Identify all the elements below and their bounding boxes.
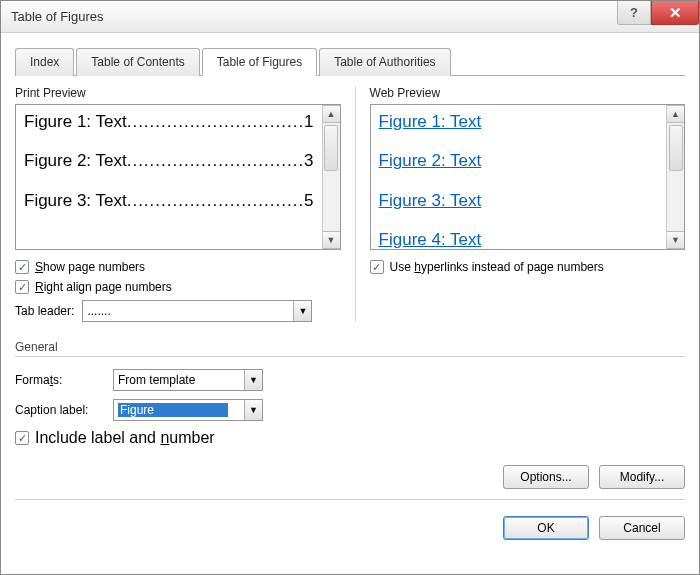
tab-table-of-contents[interactable]: Table of Contents <box>76 48 199 76</box>
web-entry-link: Figure 1: Text <box>379 111 658 132</box>
help-button[interactable]: ? <box>617 1 651 25</box>
print-entry: Figure 1: Text..........................… <box>24 111 314 132</box>
combo-caption-label-value: Figure <box>118 403 228 417</box>
print-entry-text: Figure 3: Text <box>24 191 127 210</box>
scroll-up-icon[interactable]: ▲ <box>323 105 340 123</box>
close-button[interactable]: ✕ <box>651 1 699 25</box>
print-preview-box: Figure 1: Text..........................… <box>15 104 341 250</box>
scroll-down-icon[interactable]: ▼ <box>323 231 340 249</box>
leader-dots: ............................... <box>127 191 304 210</box>
label-tab-leader: Tab leader: <box>15 304 74 318</box>
web-entry-link: Figure 3: Text <box>379 190 658 211</box>
checkbox-right-align-page-numbers[interactable] <box>15 280 29 294</box>
print-entry-page: 1 <box>304 112 313 131</box>
checkbox-include-label-number[interactable] <box>15 431 29 445</box>
label-include-label-number: Include label and numberInclude label an… <box>35 429 215 447</box>
print-entry-page: 3 <box>304 151 313 170</box>
chevron-down-icon[interactable]: ▼ <box>293 301 311 321</box>
combo-formats-value: From template <box>118 373 195 387</box>
scroll-thumb[interactable] <box>669 125 683 171</box>
web-preview-box: Figure 1: Text Figure 2: Text Figure 3: … <box>370 104 685 250</box>
web-entry-link: Figure 4: Text <box>379 229 658 249</box>
dialog-content: Index Table of Contents Table of Figures… <box>1 33 699 574</box>
web-entry-link: Figure 2: Text <box>379 150 658 171</box>
print-entry-page: 5 <box>304 191 313 210</box>
label-formats: Formats:Formats: <box>15 373 107 387</box>
checkbox-show-page-numbers[interactable] <box>15 260 29 274</box>
print-entry-text: Figure 2: Text <box>24 151 127 170</box>
cancel-button[interactable]: Cancel <box>599 516 685 540</box>
label-caption-label: Caption label: <box>15 403 107 417</box>
print-entry: Figure 2: Text..........................… <box>24 150 314 171</box>
label-show-page-numbers: SShow page numbershow page numbers <box>35 260 145 274</box>
combo-formats[interactable]: From template ▼ <box>113 369 263 391</box>
combo-tab-leader[interactable]: ....... ▼ <box>82 300 312 322</box>
window-title: Table of Figures <box>11 9 104 24</box>
chevron-down-icon[interactable]: ▼ <box>244 400 262 420</box>
print-entry: Figure 3: Text..........................… <box>24 190 314 211</box>
scroll-thumb[interactable] <box>324 125 338 171</box>
label-right-align-page-numbers: Right align page numbersRight align page… <box>35 280 172 294</box>
scrollbar-vertical[interactable]: ▲ ▼ <box>666 105 684 249</box>
tab-index[interactable]: Index <box>15 48 74 76</box>
general-group: General Formats:Formats: From template ▼… <box>15 340 685 453</box>
combo-tab-leader-value: ....... <box>87 304 110 318</box>
leader-dots: ............................... <box>127 112 304 131</box>
print-entry-text: Figure 1: Text <box>24 112 127 131</box>
divider <box>15 499 685 500</box>
options-button[interactable]: Options... <box>503 465 589 489</box>
scroll-track[interactable] <box>323 173 340 231</box>
tab-table-of-authorities[interactable]: Table of Authorities <box>319 48 450 76</box>
web-preview-content: Figure 1: Text Figure 2: Text Figure 3: … <box>371 105 666 249</box>
leader-dots: ............................... <box>127 151 304 170</box>
checkbox-use-hyperlinks[interactable] <box>370 260 384 274</box>
general-label: General <box>15 340 685 354</box>
titlebar: Table of Figures ? ✕ <box>1 1 699 33</box>
divider <box>15 356 685 357</box>
modify-button[interactable]: Modify... <box>599 465 685 489</box>
tab-table-of-figures[interactable]: Table of Figures <box>202 48 317 76</box>
chevron-down-icon[interactable]: ▼ <box>244 370 262 390</box>
print-preview-label: Print Preview <box>15 86 341 100</box>
print-preview-content: Figure 1: Text..........................… <box>16 105 322 249</box>
scroll-track[interactable] <box>667 173 684 231</box>
preview-options-row: Print Preview Figure 1: Text............… <box>15 86 685 322</box>
titlebar-buttons: ? ✕ <box>617 1 699 25</box>
dialog-table-of-figures: Table of Figures ? ✕ Index Table of Cont… <box>0 0 700 575</box>
scroll-down-icon[interactable]: ▼ <box>667 231 684 249</box>
tabstrip: Index Table of Contents Table of Figures… <box>15 47 685 76</box>
combo-caption-label[interactable]: Figure ▼ <box>113 399 263 421</box>
label-use-hyperlinks: Use hyperlinks instead of page numbersUs… <box>390 260 604 274</box>
web-preview-label: Web Preview <box>370 86 685 100</box>
scrollbar-vertical[interactable]: ▲ ▼ <box>322 105 340 249</box>
scroll-up-icon[interactable]: ▲ <box>667 105 684 123</box>
ok-button[interactable]: OK <box>503 516 589 540</box>
